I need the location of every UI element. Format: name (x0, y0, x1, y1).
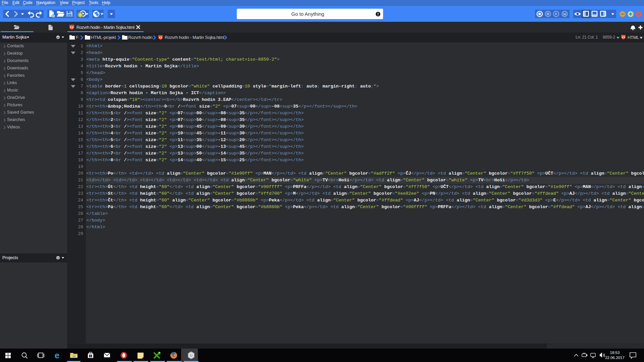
svg-text:0: 0 (79, 13, 82, 17)
svg-text:e: e (55, 350, 59, 360)
